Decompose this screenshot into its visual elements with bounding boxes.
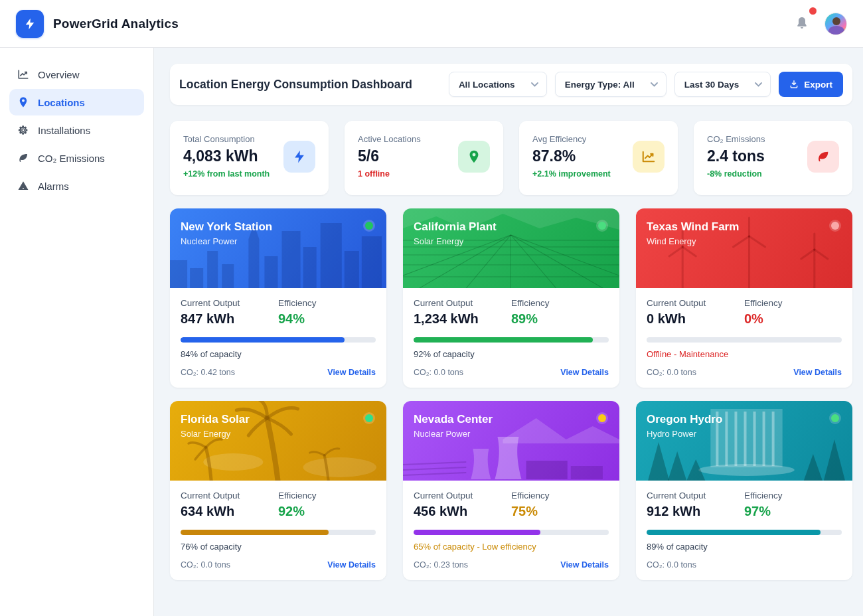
location-type: Nuclear Power bbox=[181, 236, 373, 246]
leaf-icon bbox=[816, 149, 830, 164]
sidebar-item-label: Alarms bbox=[38, 181, 69, 192]
view-details-link[interactable]: View Details bbox=[560, 560, 609, 570]
leaf-icon bbox=[17, 152, 29, 164]
location-header: California Plant Solar Energy bbox=[403, 208, 619, 288]
location-header: Oregon Hydro Hydro Power bbox=[636, 401, 852, 481]
kpi-icon-box bbox=[458, 141, 490, 173]
bolt-icon bbox=[23, 17, 37, 31]
kpi-total-consumption: Total Consumption 4,083 kWh +12% from la… bbox=[170, 121, 329, 195]
view-details-link[interactable]: View Details bbox=[793, 368, 842, 377]
user-avatar[interactable] bbox=[824, 13, 847, 35]
output-value: 912 kWh bbox=[647, 504, 744, 519]
bell-icon bbox=[794, 15, 810, 31]
capacity-progress-fill bbox=[181, 530, 329, 535]
location-body: Current Output 0 kWh Efficiency 0% Offli… bbox=[636, 288, 852, 388]
efficiency-value: 0% bbox=[744, 311, 842, 327]
chart-line-icon bbox=[17, 68, 29, 80]
gear-icon bbox=[17, 124, 29, 136]
efficiency-value: 94% bbox=[278, 311, 376, 327]
co2-text: CO₂: 0.0 tons bbox=[414, 368, 463, 377]
status-dot bbox=[831, 222, 839, 230]
capacity-progress-bar bbox=[414, 530, 609, 535]
status-dot bbox=[365, 222, 373, 230]
co2-text: CO₂: 0.0 tons bbox=[181, 560, 230, 570]
location-type: Wind Energy bbox=[647, 236, 839, 246]
kpi-label: Total Consumption bbox=[183, 134, 270, 144]
output-label: Current Output bbox=[647, 298, 744, 308]
kpi-row: Total Consumption 4,083 kWh +12% from la… bbox=[170, 121, 852, 195]
kpi-delta: 1 offline bbox=[358, 169, 421, 179]
export-button[interactable]: Export bbox=[779, 72, 843, 97]
location-type: Solar Energy bbox=[181, 429, 373, 439]
capacity-text: 84% of capacity bbox=[181, 349, 376, 359]
capacity-progress-bar bbox=[647, 530, 842, 535]
output-label: Current Output bbox=[181, 491, 278, 501]
location-name: Florida Solar bbox=[181, 413, 373, 426]
map-pin-icon bbox=[467, 149, 481, 164]
kpi-avg-efficiency: Avg Efficiency 87.8% +2.1% improvement bbox=[519, 121, 678, 195]
kpi-value: 2.4 tons bbox=[707, 147, 765, 165]
output-label: Current Output bbox=[647, 491, 744, 501]
location-body: Current Output 456 kWh Efficiency 75% 65… bbox=[403, 481, 619, 580]
sidebar-item-label: CO₂ Emissions bbox=[38, 153, 105, 164]
location-name: Nevada Center bbox=[414, 413, 606, 426]
view-details-link[interactable]: View Details bbox=[327, 560, 376, 570]
energy-type-filter-value: Energy Type: All bbox=[565, 80, 635, 90]
location-body: Current Output 912 kWh Efficiency 97% 89… bbox=[636, 481, 852, 580]
capacity-text: 92% of capacity bbox=[414, 349, 609, 359]
co2-text: CO₂: 0.23 tons bbox=[414, 560, 468, 570]
kpi-label: Avg Efficiency bbox=[532, 134, 611, 144]
sidebar-item-locations[interactable]: Locations bbox=[9, 89, 144, 116]
date-range-filter-select[interactable]: Last 30 Days bbox=[674, 72, 771, 97]
efficiency-value: 97% bbox=[744, 504, 842, 519]
chevron-down-icon bbox=[651, 82, 658, 87]
output-label: Current Output bbox=[181, 298, 278, 308]
location-grid: New York Station Nuclear Power Current O… bbox=[170, 208, 852, 580]
capacity-text: 89% of capacity bbox=[647, 542, 842, 552]
view-details-link[interactable]: View Details bbox=[560, 368, 609, 377]
location-card-oregon: Oregon Hydro Hydro Power Current Output … bbox=[636, 401, 852, 580]
capacity-progress-fill bbox=[414, 337, 593, 343]
kpi-value: 5/6 bbox=[358, 147, 421, 165]
output-value: 634 kWh bbox=[181, 504, 278, 519]
co2-text: CO₂: 0.0 tons bbox=[647, 560, 696, 570]
location-filter-select[interactable]: All Locations bbox=[449, 72, 547, 97]
capacity-progress-bar bbox=[181, 530, 376, 535]
notifications-button[interactable] bbox=[794, 15, 811, 33]
capacity-progress-fill bbox=[181, 337, 345, 343]
capacity-progress-bar bbox=[647, 337, 842, 343]
location-name: Texas Wind Farm bbox=[647, 220, 839, 234]
sidebar-item-label: Locations bbox=[38, 97, 85, 108]
sidebar-item-overview[interactable]: Overview bbox=[9, 61, 144, 88]
kpi-active-locations: Active Locations 5/6 1 offline bbox=[345, 121, 503, 195]
view-details-link[interactable]: View Details bbox=[327, 368, 376, 377]
energy-type-filter-select[interactable]: Energy Type: All bbox=[555, 72, 667, 97]
location-header: Florida Solar Solar Energy bbox=[170, 401, 386, 481]
status-dot bbox=[831, 414, 839, 422]
main-content: Location Energy Consumption Dashboard Al… bbox=[154, 48, 863, 616]
sidebar-item-label: Overview bbox=[38, 69, 80, 80]
offline-status-text: Offline - Maintenance bbox=[647, 349, 842, 359]
kpi-icon-box bbox=[633, 141, 665, 173]
sidebar-item-installations[interactable]: Installations bbox=[9, 117, 144, 143]
sidebar-item-alarms[interactable]: Alarms bbox=[9, 173, 144, 199]
map-pin-icon bbox=[17, 96, 29, 108]
capacity-text: 65% of capacity - Low efficiency bbox=[414, 542, 609, 552]
kpi-label: CO₂ Emissions bbox=[707, 134, 765, 144]
location-body: Current Output 847 kWh Efficiency 94% 84… bbox=[170, 288, 386, 388]
warning-triangle-icon bbox=[17, 180, 29, 192]
app-logo bbox=[16, 10, 44, 38]
sidebar-item-co2-emissions[interactable]: CO₂ Emissions bbox=[9, 145, 144, 171]
status-dot bbox=[598, 222, 606, 230]
capacity-progress-fill bbox=[414, 530, 540, 535]
location-header: Texas Wind Farm Wind Energy bbox=[636, 208, 852, 288]
export-button-label: Export bbox=[804, 80, 832, 90]
location-filter-value: All Locations bbox=[459, 80, 515, 90]
status-dot bbox=[365, 414, 373, 422]
location-type: Hydro Power bbox=[647, 429, 839, 439]
kpi-delta: +2.1% improvement bbox=[532, 169, 611, 179]
location-card-nevada: Nevada Center Nuclear Power Current Outp… bbox=[403, 401, 619, 580]
output-label: Current Output bbox=[414, 298, 511, 308]
efficiency-value: 75% bbox=[511, 504, 609, 519]
bolt-icon bbox=[292, 149, 307, 164]
